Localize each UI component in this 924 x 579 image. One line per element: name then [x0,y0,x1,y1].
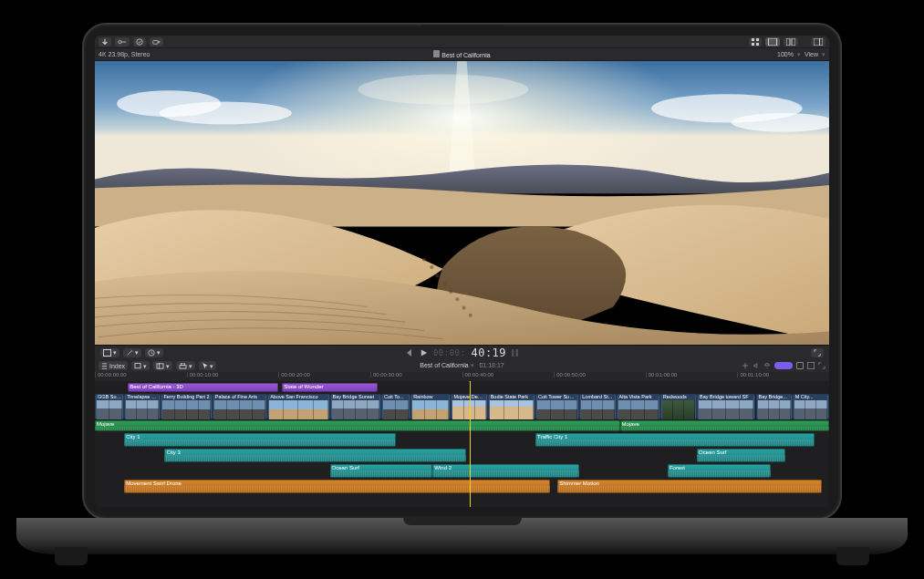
clip-appearance-button[interactable]: ▾ [100,348,119,357]
effects-browser-button[interactable] [796,362,804,369]
layout-browser-button[interactable] [749,37,762,47]
video-clip[interactable]: Palace of Fine Arts [213,394,267,419]
clip-filter-button[interactable]: ▾ [131,361,150,370]
inspector-toggle-button[interactable] [811,37,825,47]
tools-button[interactable]: ▾ [199,361,216,370]
video-clip[interactable]: Timelapse GGB [124,394,161,419]
clapper-icon [433,50,440,57]
video-clip[interactable]: M City... [793,394,829,419]
audio-clip[interactable]: Traffic City 1 [535,433,815,447]
retiming-button[interactable]: ▾ [145,348,163,357]
skimming-icon[interactable] [742,362,749,369]
video-clip[interactable]: Above San Francisco [267,394,329,419]
title-clip[interactable]: Best of California - 3D [128,383,278,392]
timeline-expand-icon[interactable] [818,362,825,369]
index-label: Index [109,363,125,369]
waveform [124,486,550,492]
svg-rect-5 [752,43,754,46]
svg-rect-10 [786,38,790,46]
audio-clip[interactable]: City 1 [124,433,396,447]
video-clip[interactable]: Alta Vista Park [617,394,660,419]
arrow-down-icon [101,38,109,46]
effects-button[interactable]: ▾ [123,348,141,357]
sidebar-icon [814,38,823,46]
share-button[interactable] [150,37,163,47]
audio-clip[interactable]: Mojave [620,420,829,431]
svg-rect-33 [135,363,140,367]
waveform [557,486,822,492]
video-clip[interactable]: Bay Bridge... [756,394,793,419]
video-clip[interactable]: GGB Sunset [95,394,124,419]
viewer-image-desert-dunes [95,61,829,345]
audio-clip[interactable]: Mojave [95,420,620,431]
video-clip[interactable]: Bay Bridge Sunset [330,394,381,419]
timeline-rightpanel-icon[interactable] [807,362,815,369]
trim-button[interactable]: ▾ [153,361,172,370]
clip-label: Lombard St... [581,394,614,400]
timeline-project-name[interactable]: Best of California [420,362,468,368]
clip-label: Alta Vista Park [618,394,659,400]
ruler-tick[interactable]: 00:00:00:00 [95,372,127,377]
fullscreen-button[interactable] [811,348,824,357]
ruler-tick[interactable]: 00:00:10:00 [187,372,219,377]
keyword-button[interactable] [115,37,130,47]
ruler-tick[interactable]: 00:01:10:00 [737,372,769,377]
layout-dual-button[interactable] [784,37,798,47]
video-clip[interactable]: Coit To... [381,394,410,419]
waveform [620,427,829,430]
audio-clip[interactable]: Movement Swirl Drone [124,480,550,493]
ruler-tick[interactable]: 00:00:50:00 [554,372,586,377]
connect-button[interactable]: ▾ [176,361,195,370]
layout-default-button[interactable] [765,37,780,47]
ruler-tick[interactable]: 00:01:00:00 [646,372,678,377]
video-clip[interactable]: Rainbow [410,394,451,419]
svg-point-26 [455,297,459,301]
video-clip[interactable]: Bodie State Park [488,394,535,419]
import-button[interactable] [99,37,111,47]
dual-icon [786,38,795,46]
audio-clip[interactable]: City 3 [164,449,465,462]
play-icon[interactable] [420,348,428,357]
svg-rect-7 [768,38,777,46]
index-button[interactable]: Index [99,361,128,370]
snapping-toggle[interactable] [774,362,793,369]
audio-clip[interactable]: Ocean Surf [330,464,433,478]
ruler-tick[interactable]: 00:00:40:00 [462,372,494,377]
audio-clip[interactable]: Ocean Surf [697,449,785,462]
ruler-tick[interactable]: 00:00:20:00 [278,372,310,377]
solo-icon[interactable] [763,362,771,369]
background-tasks-button[interactable] [133,37,146,47]
title-clip[interactable]: State of Wonder [282,383,378,392]
svg-rect-36 [180,365,186,368]
svg-rect-4 [756,38,759,41]
ruler-tick[interactable]: 00:00:30:00 [370,372,402,377]
viewer[interactable] [95,61,829,345]
video-clip[interactable]: Lombard St... [579,394,616,419]
next-frame-icon[interactable] [512,348,519,357]
audio-clip[interactable]: Wind 2 [432,464,579,478]
timeline-ruler[interactable]: 00:00:00:0000:00:10:0000:00:20:0000:00:3… [95,372,829,381]
project-title: Best of California [441,52,490,58]
timeline-tracks[interactable]: Best of California - 3DState of Wonder G… [95,381,829,507]
playhead[interactable] [470,381,471,507]
svg-point-23 [435,274,439,277]
zoom-readout[interactable]: 100% [777,51,794,57]
waveform [330,470,433,477]
svg-point-22 [430,265,433,269]
audio-skim-icon[interactable] [753,362,760,369]
clip-label: Timelapse GGB [126,394,159,400]
view-menu[interactable]: View [805,51,818,57]
audio-clip[interactable]: Forest [668,464,771,478]
timeline-duration: 01:18:17 [479,362,504,368]
audio-clip[interactable]: Shimmer Motion [557,480,822,493]
video-clip[interactable]: Ferry Building Part 2 [161,394,212,419]
video-clip[interactable]: Bay Bridge toward SF [697,394,755,419]
prev-frame-icon[interactable] [405,348,414,357]
svg-rect-9 [776,38,777,46]
svg-rect-38 [807,362,814,368]
video-clip[interactable]: Coit Tower Sunset [535,394,579,419]
clip-label: Bay Bridge... [758,394,791,400]
timeline[interactable]: 00:00:00:0000:00:10:0000:00:20:0000:00:3… [95,372,829,507]
video-clip[interactable]: Redwoods [660,394,697,419]
waveform [668,470,771,477]
